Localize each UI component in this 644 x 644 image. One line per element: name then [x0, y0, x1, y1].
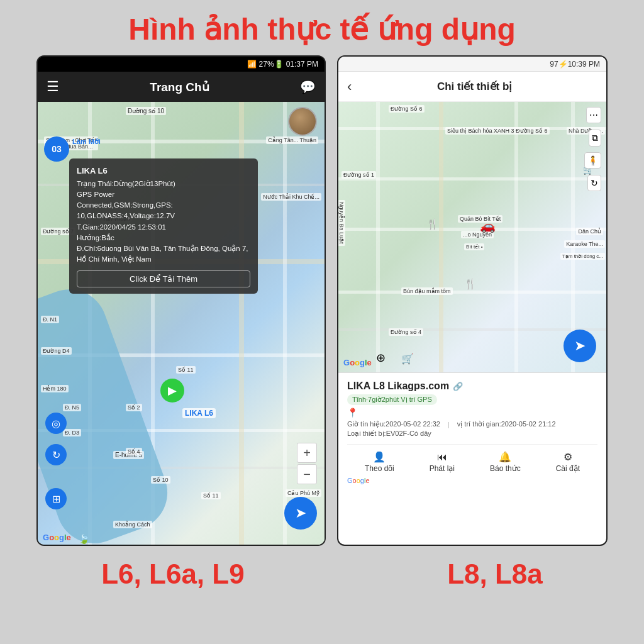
right-map-control-2[interactable]: ⧉ — [589, 130, 601, 147]
lam-moi-label: Làm Mới — [72, 138, 101, 146]
rmap-label9: Tạm thời đóng c... — [560, 253, 605, 260]
map-label-so4: Số 4 — [126, 448, 142, 455]
google-logo-left: Google — [43, 533, 71, 542]
bottom-actions: 👤 Theo dõi ⏮ Phát lại 🔔 Báo thức ⚙ Cài đ… — [347, 444, 597, 475]
navigate-button[interactable]: ➤ — [284, 497, 317, 530]
action-phat-lai[interactable]: ⏮ Phát lại — [430, 452, 455, 473]
cai-dat-label: Cài đặt — [556, 464, 580, 473]
device-name: LIKA L8 Likagps.com — [347, 380, 449, 392]
left-phone: 📶 27%🔋 01:37 PM ☰ Trang Chủ 💬 — [36, 55, 326, 546]
bottom-labels: L6, L6a, L9 L8, L8a — [0, 546, 644, 596]
rmap-label1: Đường Số 6 — [389, 105, 425, 113]
chat-icon[interactable]: 💬 — [300, 79, 316, 94]
right-map-area: Đường Số 6 Siêu thị Bách hóa XANH 3 Đườn… — [338, 102, 606, 372]
map-label-khoang: Khoảng Cách — [113, 521, 152, 528]
map-label-so2: Số 2 — [126, 404, 142, 411]
click-de-tai-them-button[interactable]: Click Để Tải Thêm — [77, 270, 250, 287]
popup-time: T.Gian:2020/04/25 12:53:01 — [77, 222, 250, 233]
rmap-label12: Nguyễn Ba Luật — [338, 200, 345, 246]
rmap-label11: Đường số 1 — [341, 171, 376, 179]
phat-lai-icon: ⏮ — [437, 452, 447, 463]
action-theo-doi[interactable]: 👤 Theo dõi — [365, 451, 394, 473]
map-label-so10: Số 10 — [151, 476, 170, 484]
right-navigate-button[interactable]: ➤ — [564, 330, 596, 362]
map-label-so11: Số 11 — [201, 492, 221, 499]
map-label-nuoc: Nước Thải Khu Chế... — [261, 193, 321, 201]
zoom-out-button[interactable]: − — [297, 464, 317, 484]
food-icon-1: 🍴 — [426, 218, 439, 230]
page-title: Hình ảnh thực tế ứng dụng — [0, 0, 644, 55]
left-status-bar: 📶 27%🔋 01:37 PM — [38, 57, 325, 72]
signal-time: Giờ tín hiệu:2020-05-02 22:32 — [347, 420, 440, 428]
map-label-cang: Cảng Tân... Thuận — [266, 136, 318, 144]
map-controls: + − — [297, 443, 317, 484]
google-logo-right: Google — [343, 358, 372, 367]
car-marker: 🚗 — [480, 218, 496, 233]
left-wifi-icon: 📶 — [247, 60, 257, 69]
phones-container: 📶 27%🔋 01:37 PM ☰ Trang Chủ 💬 — [0, 55, 644, 546]
theo-doi-icon: 👤 — [373, 451, 386, 463]
rroad-v3 — [514, 102, 518, 372]
map-label-d3: Đ. D3 — [63, 429, 81, 436]
left-battery: 27%🔋 — [259, 60, 284, 69]
location-icon-btn[interactable]: ◎ — [45, 413, 67, 434]
bottom-label-right: L8, L8a — [447, 558, 543, 590]
back-icon[interactable]: ‹ — [347, 79, 352, 95]
rmap-label10: Đường số 4 — [389, 328, 423, 336]
left-topbar: ☰ Trang Chủ 💬 — [38, 72, 325, 102]
right-map-control-1[interactable]: ⋯ — [586, 107, 601, 123]
action-cai-dat[interactable]: ⚙ Cài đặt — [556, 451, 580, 473]
rroad-v2 — [439, 102, 443, 372]
rmap-label2: Siêu thị Bách hóa XANH 3 Đường Số 6 — [445, 127, 550, 135]
rmap-label8: Karaoke The... — [564, 240, 605, 248]
phat-lai-label: Phát lại — [430, 464, 455, 473]
bao-thuc-label: Báo thức — [490, 464, 521, 473]
popup-connection: Connected,GSM:Strong,GPS: 10,GLONASS:4,V… — [77, 200, 250, 222]
zoom-in-button[interactable]: + — [297, 443, 317, 463]
bottom-circle-icon[interactable]: ⊕ — [376, 351, 386, 365]
play-button[interactable]: ▶ — [160, 379, 184, 402]
google-logo-panel: Google — [347, 477, 597, 484]
lika-l6-map-label: LIKA L6 — [182, 408, 216, 418]
popup-direction: Hướng:Bắc — [77, 233, 250, 243]
right-info-panel: LIKA L8 Likagps.com 🔗 Tĩnh·7giờ2phút Vị … — [338, 372, 606, 492]
bottom-label-left: L6, L6a, L9 — [101, 558, 244, 590]
refresh-icon-btn[interactable]: ↻ — [45, 444, 67, 465]
map-label-phumy: Cầu Phú Mỹ — [286, 489, 321, 497]
right-topbar: ‹ Chi tiết thiết bị — [338, 72, 606, 102]
device-info-row: Giờ tín hiệu:2020-05-02 22:32 | vị trí t… — [347, 420, 597, 428]
right-topbar-title: Chi tiết thiết bị — [352, 80, 597, 93]
device-name-row: LIKA L8 Likagps.com 🔗 — [347, 380, 597, 392]
num-circle: 03 — [44, 136, 69, 162]
right-phone: 97 ⚡ 10:39 PM ‹ Chi tiết thiết bị Đường … — [337, 55, 608, 546]
info-popup: LIKA L6 Trạng Thái:Dừng(2Giờ13Phút) GPS … — [69, 158, 258, 294]
theo-doi-label: Theo dõi — [365, 464, 394, 473]
map-label-d4: Đường D4 — [41, 347, 72, 355]
rmap-label13: Dân Chủ — [576, 228, 603, 235]
rmap-label6: Bít tết • — [464, 243, 484, 250]
food-icon-2: 🍴 — [464, 278, 477, 290]
map-label-so11b: Số 11 — [176, 366, 196, 374]
left-time: 01:37 PM — [286, 60, 318, 69]
left-map-area: Đường số 10 Sendo.vn - Chợ Tốt#1 Sàn Mua… — [38, 102, 325, 546]
grid-icon-btn[interactable]: ⊞ — [45, 488, 67, 509]
right-map-control-person[interactable]: 🧍 — [584, 152, 601, 169]
location-pin-icon: 📍 — [347, 408, 597, 418]
bottom-shopping-icon: 🛒 — [401, 353, 414, 365]
popup-address: Đ.Chí:6duong Bùi Văn Ba, Tân Thuận Đông,… — [77, 243, 250, 265]
road-v4 — [283, 102, 287, 546]
popup-status: Trạng Thái:Dừng(2Giờ13Phút) — [77, 179, 250, 189]
right-time: 10:39 PM — [568, 60, 600, 69]
right-map-control-refresh[interactable]: ↻ — [587, 175, 601, 191]
menu-icon[interactable]: ☰ — [47, 79, 59, 95]
rmap-label7: Bún đậu mắm tôm — [401, 287, 453, 295]
map-label-hem: Hẻm 180 — [41, 385, 69, 392]
position-time: vị trí thời gian:2020-05-02 21:12 — [457, 420, 556, 428]
left-topbar-title: Trang Chủ — [150, 80, 209, 94]
google-leaf: 🍃 — [79, 534, 89, 544]
map-label-n5: Đ. N5 — [63, 404, 81, 411]
action-bao-thuc[interactable]: 🔔 Báo thức — [490, 451, 521, 473]
external-link-icon[interactable]: 🔗 — [453, 382, 463, 391]
rroad-v1 — [376, 102, 380, 372]
bao-thuc-icon: 🔔 — [499, 451, 511, 463]
